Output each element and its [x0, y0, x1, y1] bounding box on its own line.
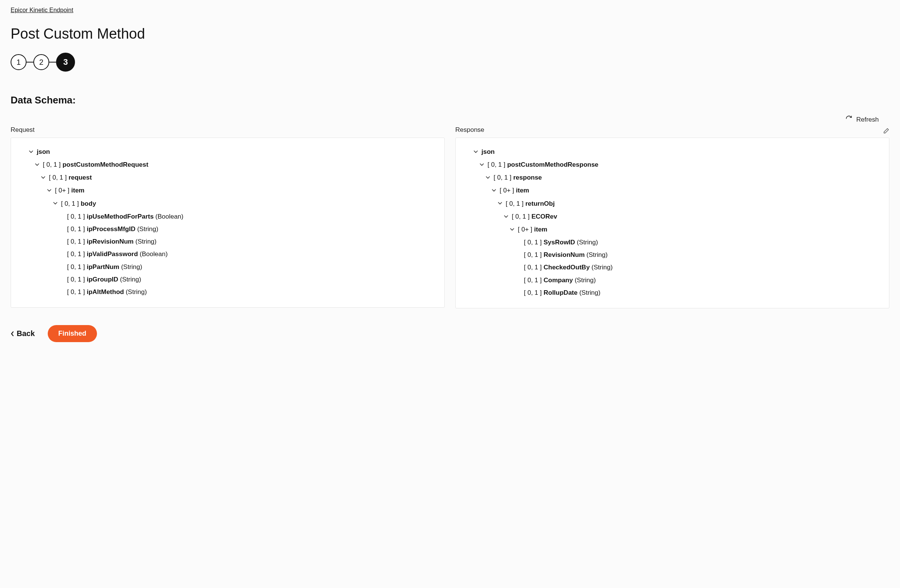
- tree-node: [ 0, 1 ] SysRowID (String): [462, 236, 882, 249]
- tree-node[interactable]: [ 0, 1 ] returnObj: [462, 197, 882, 210]
- refresh-label: Refresh: [856, 116, 879, 124]
- cardinality: [ 0, 1 ]: [524, 277, 544, 284]
- chevron-down-icon[interactable]: [28, 148, 34, 156]
- back-button[interactable]: Back: [11, 329, 35, 338]
- cardinality: [ 0, 1 ]: [506, 200, 525, 207]
- cardinality: [ 0, 1 ]: [524, 239, 544, 246]
- edit-response-button[interactable]: [883, 128, 889, 136]
- cardinality: [ 0, 1 ]: [43, 161, 62, 168]
- tree-node[interactable]: [ 0, 1 ] response: [462, 171, 882, 184]
- node-name: RollupDate: [544, 289, 578, 296]
- request-label: Request: [11, 126, 445, 134]
- cardinality: [ 0+ ]: [518, 226, 534, 233]
- node-name: ECORev: [531, 213, 557, 220]
- tree-node: [ 0, 1 ] CheckedOutBy (String): [462, 261, 882, 274]
- node-name: ipValidPassword: [87, 250, 138, 258]
- node-name: request: [69, 174, 92, 181]
- node-name: postCustomMethodResponse: [507, 161, 598, 168]
- chevron-down-icon[interactable]: [485, 174, 491, 182]
- node-name: ipGroupID: [87, 276, 118, 283]
- finished-button[interactable]: Finished: [48, 325, 97, 342]
- tree-node[interactable]: [ 0, 1 ] request: [18, 171, 438, 184]
- chevron-down-icon[interactable]: [509, 226, 516, 234]
- node-type: (String): [586, 251, 608, 258]
- chevron-down-icon[interactable]: [47, 187, 53, 195]
- cardinality: [ 0, 1 ]: [524, 289, 544, 296]
- cardinality: [ 0, 1 ]: [67, 213, 87, 220]
- cardinality: [ 0+ ]: [55, 187, 71, 194]
- chevron-down-icon[interactable]: [34, 161, 41, 169]
- request-panel: json[ 0, 1 ] postCustomMethodRequest[ 0,…: [11, 138, 445, 308]
- tree-node: [ 0, 1 ] RollupDate (String): [462, 286, 882, 299]
- node-name: ipUseMethodForParts: [87, 213, 154, 220]
- tree-node: [ 0, 1 ] ipPartNum (String): [18, 261, 438, 273]
- refresh-button[interactable]: Refresh: [845, 115, 879, 124]
- chevron-left-icon: [11, 331, 14, 336]
- cardinality: [ 0, 1 ]: [67, 263, 87, 271]
- chevron-down-icon[interactable]: [497, 200, 503, 208]
- node-name: SysRowID: [544, 239, 575, 246]
- tree-node[interactable]: json: [18, 145, 438, 158]
- cardinality: [ 0, 1 ]: [67, 276, 87, 283]
- node-name: ipPartNum: [87, 263, 119, 271]
- pencil-icon: [883, 128, 889, 134]
- tree-node[interactable]: [ 0, 1 ] postCustomMethodRequest: [18, 158, 438, 171]
- tree-node[interactable]: [ 0+ ] item: [462, 184, 882, 197]
- tree-node: [ 0, 1 ] ipValidPassword (Boolean): [18, 248, 438, 260]
- tree-node: [ 0, 1 ] ipUseMethodForParts (Boolean): [18, 210, 438, 223]
- cardinality: [ 0, 1 ]: [67, 250, 87, 258]
- step-connector: [27, 62, 33, 63]
- cardinality: [ 0, 1 ]: [67, 238, 87, 245]
- node-name: json: [481, 148, 495, 155]
- tree-node[interactable]: [ 0+ ] item: [462, 223, 882, 236]
- node-type: (String): [575, 277, 596, 284]
- back-label: Back: [17, 329, 35, 338]
- cardinality: [ 0, 1 ]: [61, 200, 81, 207]
- node-type: (String): [592, 264, 613, 271]
- tree-node: [ 0, 1 ] ipRevisionNum (String): [18, 235, 438, 248]
- node-name: json: [37, 148, 50, 155]
- chevron-down-icon[interactable]: [479, 161, 485, 169]
- step-2[interactable]: 2: [33, 54, 49, 70]
- node-name: response: [513, 174, 542, 181]
- cardinality: [ 0, 1 ]: [49, 174, 69, 181]
- node-name: item: [71, 187, 84, 194]
- tree-node[interactable]: [ 0+ ] item: [18, 184, 438, 197]
- cardinality: [ 0+ ]: [500, 187, 516, 194]
- node-name: CheckedOutBy: [544, 264, 590, 271]
- stepper: 1 2 3: [11, 53, 889, 72]
- chevron-down-icon[interactable]: [41, 174, 47, 182]
- node-name: returnObj: [525, 200, 555, 207]
- chevron-down-icon[interactable]: [473, 148, 479, 156]
- tree-node: [ 0, 1 ] RevisionNum (String): [462, 249, 882, 261]
- tree-node[interactable]: json: [462, 145, 882, 158]
- step-3[interactable]: 3: [56, 53, 75, 72]
- node-type: (String): [120, 276, 141, 283]
- node-type: (String): [121, 263, 142, 271]
- cardinality: [ 0, 1 ]: [512, 213, 531, 220]
- cardinality: [ 0, 1 ]: [524, 251, 544, 258]
- node-name: postCustomMethodRequest: [62, 161, 148, 168]
- node-name: body: [81, 200, 96, 207]
- page-title: Post Custom Method: [11, 26, 889, 42]
- chevron-down-icon[interactable]: [491, 187, 497, 195]
- refresh-icon: [845, 115, 852, 124]
- node-name: item: [534, 226, 547, 233]
- section-title: Data Schema:: [11, 94, 889, 106]
- tree-node[interactable]: [ 0, 1 ] ECORev: [462, 210, 882, 223]
- chevron-down-icon[interactable]: [53, 200, 59, 208]
- node-type: (String): [126, 288, 147, 296]
- step-1[interactable]: 1: [11, 54, 27, 70]
- tree-node: [ 0, 1 ] ipProcessMfgID (String): [18, 223, 438, 235]
- node-name: ipRevisionNum: [87, 238, 134, 245]
- node-type: (String): [135, 238, 156, 245]
- node-name: item: [516, 187, 529, 194]
- chevron-down-icon[interactable]: [503, 213, 509, 221]
- tree-node[interactable]: [ 0, 1 ] body: [18, 197, 438, 210]
- tree-node[interactable]: [ 0, 1 ] postCustomMethodResponse: [462, 158, 882, 171]
- breadcrumb-link[interactable]: Epicor Kinetic Endpoint: [11, 7, 73, 14]
- response-label: Response: [455, 126, 484, 134]
- node-name: Company: [544, 277, 573, 284]
- node-name: ipAltMethod: [87, 288, 124, 296]
- cardinality: [ 0, 1 ]: [524, 264, 544, 271]
